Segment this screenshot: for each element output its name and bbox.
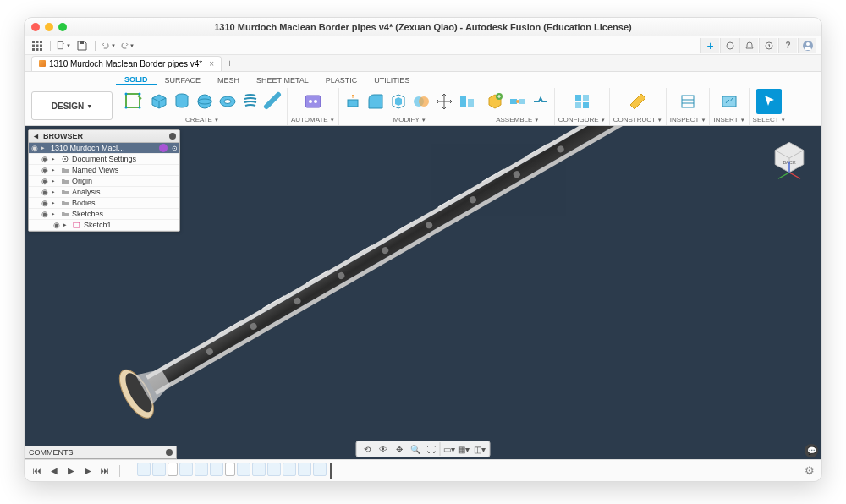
browser-node[interactable]: ◉▸Sketch1: [29, 220, 179, 231]
document-tab[interactable]: 1310 Murdoch Maclean Border pipes v4* ×: [31, 56, 222, 71]
coil-icon[interactable]: [240, 91, 261, 112]
timeline-op[interactable]: [252, 463, 266, 476]
pan-icon[interactable]: ✥: [392, 442, 407, 456]
add-tab-icon[interactable]: +: [227, 58, 233, 69]
move-icon[interactable]: [434, 91, 454, 112]
settings-badge-icon[interactable]: [159, 144, 168, 152]
browser-node[interactable]: ◉▸Named Views: [29, 165, 179, 176]
ribbon-tab-plastic[interactable]: PLASTIC: [317, 74, 366, 85]
joint-icon[interactable]: [508, 91, 528, 112]
timeline-op[interactable]: [152, 463, 166, 476]
timeline-op[interactable]: [210, 463, 223, 476]
save-icon[interactable]: [74, 39, 90, 52]
timeline-play-icon[interactable]: ▶: [65, 465, 77, 477]
visibility-toggle-icon[interactable]: ◉: [41, 188, 49, 196]
timeline-op[interactable]: [195, 463, 208, 476]
timeline-op[interactable]: [267, 463, 281, 476]
select-icon[interactable]: [756, 89, 782, 114]
visibility-toggle-icon[interactable]: ◉: [41, 210, 49, 218]
viewport-layout-icon[interactable]: ◫▾: [472, 442, 487, 456]
timeline-op[interactable]: [298, 463, 311, 476]
browser-node[interactable]: ◉▸Analysis: [29, 187, 179, 198]
visibility-toggle-icon[interactable]: ◉: [30, 144, 39, 152]
workspace-switcher[interactable]: DESIGN▼: [31, 91, 113, 120]
timeline-op[interactable]: [237, 463, 250, 476]
minimize-window-button[interactable]: [45, 23, 53, 31]
visibility-toggle-icon[interactable]: ◉: [41, 166, 49, 174]
insert-icon[interactable]: [719, 91, 739, 112]
as-built-joint-icon[interactable]: [530, 91, 551, 112]
shell-icon[interactable]: [388, 91, 409, 112]
visibility-toggle-icon[interactable]: ◉: [41, 199, 49, 207]
timeline-op[interactable]: [283, 463, 296, 476]
comments-panel[interactable]: COMMENTS: [25, 446, 177, 459]
file-menu-icon[interactable]: ▼: [56, 39, 71, 52]
profile-avatar[interactable]: [798, 38, 816, 53]
browser-node[interactable]: ◉▸Document Settings: [29, 154, 179, 165]
browser-node[interactable]: ◉▸Origin: [29, 176, 179, 187]
visibility-toggle-icon[interactable]: ◉: [41, 155, 49, 163]
timeline-first-icon[interactable]: ⏮: [31, 465, 43, 477]
help-icon[interactable]: ?: [778, 38, 797, 53]
new-component-icon[interactable]: [485, 91, 505, 112]
configure-icon[interactable]: [572, 91, 592, 112]
undo-icon[interactable]: ▼: [101, 39, 116, 52]
orbit-icon[interactable]: ⟲: [360, 442, 375, 456]
automate-icon[interactable]: [300, 89, 326, 114]
timeline-settings-icon[interactable]: ⚙: [805, 464, 815, 477]
visibility-toggle-icon[interactable]: ◉: [52, 221, 61, 229]
job-status-icon[interactable]: [759, 38, 777, 53]
timeline-prev-icon[interactable]: ◀: [48, 465, 60, 477]
sphere-icon[interactable]: [195, 91, 215, 112]
timeline-op[interactable]: [168, 463, 178, 476]
notifications-icon[interactable]: [739, 38, 758, 53]
comments-collapse-icon[interactable]: [166, 449, 173, 456]
viewcube[interactable]: BACK: [766, 134, 813, 182]
ribbon-tab-sheet-metal[interactable]: SHEET METAL: [248, 74, 317, 85]
cylinder-icon[interactable]: [172, 91, 192, 112]
box-icon[interactable]: [149, 91, 169, 112]
inspect-icon[interactable]: [678, 91, 698, 112]
display-settings-icon[interactable]: ▭▾: [440, 442, 455, 456]
visibility-toggle-icon[interactable]: ◉: [41, 177, 49, 185]
ribbon-tab-utilities[interactable]: UTILITIES: [365, 74, 418, 85]
apps-grid-icon[interactable]: [30, 39, 45, 52]
ribbon-tab-surface[interactable]: SURFACE: [157, 74, 210, 85]
maximize-window-button[interactable]: [58, 23, 67, 31]
svg-rect-28: [348, 100, 358, 107]
close-window-button[interactable]: [31, 23, 40, 31]
timeline-next-icon[interactable]: ▶: [82, 465, 94, 477]
ribbon-tab-solid[interactable]: SOLID: [116, 74, 157, 85]
timeline-op[interactable]: [179, 463, 193, 476]
fillet-icon[interactable]: [365, 91, 386, 112]
timeline-op[interactable]: [137, 463, 151, 476]
browser-node[interactable]: ◉▸Sketches: [29, 209, 179, 220]
browser-node[interactable]: ◉▸Bodies: [29, 198, 179, 209]
close-tab-icon[interactable]: ×: [209, 59, 214, 68]
folder-icon: [61, 199, 69, 207]
browser-collapse-icon[interactable]: [169, 133, 176, 140]
grid-settings-icon[interactable]: ▦▾: [456, 442, 471, 456]
timeline-playhead[interactable]: [330, 463, 332, 479]
zoom-icon[interactable]: 🔍: [408, 442, 423, 456]
look-at-icon[interactable]: 👁: [376, 442, 391, 456]
redo-icon[interactable]: ▼: [119, 39, 135, 52]
new-design-icon[interactable]: +: [700, 38, 719, 53]
press-pull-icon[interactable]: [343, 91, 363, 112]
browser-header[interactable]: ◄ BROWSER: [29, 130, 179, 143]
timeline-op[interactable]: [225, 463, 235, 476]
timeline-op[interactable]: [313, 463, 327, 476]
torus-icon[interactable]: [217, 91, 238, 112]
timeline-last-icon[interactable]: ⏭: [99, 465, 111, 477]
construct-plane-icon[interactable]: [628, 91, 648, 112]
viewport[interactable]: ◄ BROWSER ◉ ▸ 1310 Murdoch Macl… ⊙ ◉▸Doc…: [25, 126, 821, 459]
fit-icon[interactable]: ⛶: [424, 442, 439, 456]
pipe-icon[interactable]: [263, 91, 283, 112]
combine-icon[interactable]: [411, 91, 431, 112]
create-sketch-icon[interactable]: [121, 89, 146, 114]
feedback-icon[interactable]: 💬: [805, 444, 818, 457]
ribbon-tab-mesh[interactable]: MESH: [209, 74, 248, 85]
align-icon[interactable]: [457, 91, 477, 112]
browser-root-node[interactable]: ◉ ▸ 1310 Murdoch Macl… ⊙: [29, 143, 179, 154]
extensions-icon[interactable]: [720, 38, 739, 53]
